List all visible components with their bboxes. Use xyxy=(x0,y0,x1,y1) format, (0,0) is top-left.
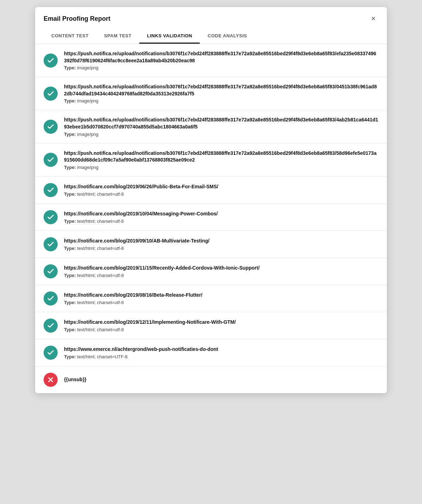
link-info: https://push.notifica.re/upload/notifica… xyxy=(64,83,378,103)
link-info: https://push.notifica.re/upload/notifica… xyxy=(64,50,378,70)
success-icon xyxy=(44,210,58,224)
list-item: https://www.emerce.nl/achtergrond/web-pu… xyxy=(35,339,387,366)
success-icon xyxy=(44,319,58,333)
list-item: https://notificare.com/blog/2019/10/04/M… xyxy=(35,204,387,231)
success-icon xyxy=(44,120,58,134)
list-item: {{unsub}} xyxy=(35,366,387,393)
link-type: Type: image/png xyxy=(64,98,378,103)
link-info: https://push.notifica.re/upload/notifica… xyxy=(64,150,378,170)
tabs-bar: CONTENT TEST SPAM TEST LINKS VALIDATION … xyxy=(35,28,387,44)
list-item: https://notificare.com/blog/2019/11/15/R… xyxy=(35,258,387,285)
link-url: https://notificare.com/blog/2019/10/04/M… xyxy=(64,210,218,218)
link-type: Type: text/html; charset=utf-8 xyxy=(64,327,236,332)
list-item: https://notificare.com/blog/2019/12/11/I… xyxy=(35,312,387,339)
link-url: https://push.notifica.re/upload/notifica… xyxy=(64,116,378,130)
link-info: https://www.emerce.nl/achtergrond/web-pu… xyxy=(64,346,218,359)
link-info: https://notificare.com/blog/2019/12/11/I… xyxy=(64,319,236,332)
success-icon xyxy=(44,264,58,278)
link-info: https://notificare.com/blog/2019/08/16/B… xyxy=(64,292,203,305)
link-type: Type: image/png xyxy=(64,65,378,70)
modal-header: Email Proofing Report × xyxy=(35,7,387,24)
link-type: Type: text/html; charset=utf-8 xyxy=(64,191,218,197)
success-icon xyxy=(44,87,58,101)
success-icon xyxy=(44,291,58,305)
list-item: https://push.notifica.re/upload/notifica… xyxy=(35,77,387,110)
close-button[interactable]: × xyxy=(368,13,378,24)
email-proofing-modal: Email Proofing Report × CONTENT TEST SPA… xyxy=(35,7,387,393)
link-url: https://notificare.com/blog/2019/08/16/B… xyxy=(64,292,203,299)
error-icon xyxy=(44,373,58,387)
link-url: https://push.notifica.re/upload/notifica… xyxy=(64,50,378,64)
link-type: Type: text/html; charset=utf-8 xyxy=(64,246,210,251)
link-type: Type: text/html; charset=utf-8 xyxy=(64,273,260,278)
tab-content-test[interactable]: CONTENT TEST xyxy=(44,28,96,44)
link-url: {{unsub}} xyxy=(64,376,87,383)
success-icon xyxy=(44,183,58,197)
link-type: Type: text/html; charset=utf-8 xyxy=(64,300,203,305)
link-type: Type: text/html; charset=UTF-8 xyxy=(64,354,218,359)
link-info: https://push.notifica.re/upload/notifica… xyxy=(64,116,378,137)
success-icon xyxy=(44,237,58,251)
list-item: https://notificare.com/blog/2019/06/26/P… xyxy=(35,177,387,204)
link-info: https://notificare.com/blog/2019/10/04/M… xyxy=(64,210,218,224)
list-item: https://notificare.com/blog/2019/08/16/B… xyxy=(35,285,387,312)
link-url: https://notificare.com/blog/2019/12/11/I… xyxy=(64,319,236,326)
link-url: https://www.emerce.nl/achtergrond/web-pu… xyxy=(64,346,218,353)
success-icon xyxy=(44,153,58,167)
list-item: https://notificare.com/blog/2019/09/10/A… xyxy=(35,231,387,258)
link-type: Type: image/png xyxy=(64,165,378,170)
tab-links-validation[interactable]: LINKS VALIDATION xyxy=(139,28,200,44)
link-url: https://push.notifica.re/upload/notifica… xyxy=(64,83,378,97)
link-info: https://notificare.com/blog/2019/09/10/A… xyxy=(64,238,210,251)
link-type: Type: image/png xyxy=(64,132,378,137)
link-info: https://notificare.com/blog/2019/11/15/R… xyxy=(64,265,260,278)
link-type: Type: text/html; charset=utf-8 xyxy=(64,219,218,224)
modal-title: Email Proofing Report xyxy=(44,15,110,23)
list-item: https://push.notifica.re/upload/notifica… xyxy=(35,44,387,77)
link-url: https://notificare.com/blog/2019/06/26/P… xyxy=(64,183,218,190)
tab-code-analysis[interactable]: CODE ANALYSIS xyxy=(200,28,255,44)
list-item: https://push.notifica.re/upload/notifica… xyxy=(35,144,387,177)
tab-spam-test[interactable]: SPAM TEST xyxy=(96,28,139,44)
list-item: https://push.notifica.re/upload/notifica… xyxy=(35,110,387,143)
link-url: https://push.notifica.re/upload/notifica… xyxy=(64,150,378,164)
link-url: https://notificare.com/blog/2019/09/10/A… xyxy=(64,238,210,245)
link-info: https://notificare.com/blog/2019/06/26/P… xyxy=(64,183,218,197)
success-icon xyxy=(44,346,58,360)
link-info: {{unsub}} xyxy=(64,376,87,383)
links-list: https://push.notifica.re/upload/notifica… xyxy=(35,44,387,393)
link-url: https://notificare.com/blog/2019/11/15/R… xyxy=(64,265,260,272)
success-icon xyxy=(44,53,58,68)
